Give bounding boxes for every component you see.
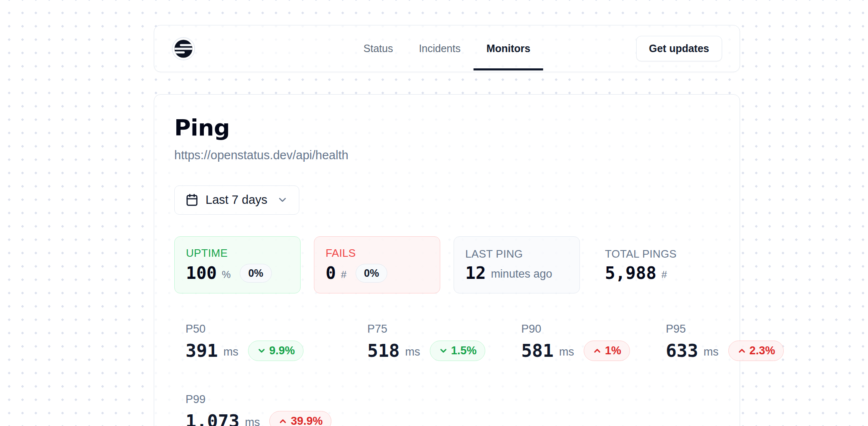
trend-value: 2.3% [750, 344, 775, 357]
stat-unit: # [661, 269, 667, 281]
tab-monitors[interactable]: Monitors [474, 25, 544, 72]
percentile-p50: P50 391 ms 9.9% [174, 313, 343, 371]
trend-badge: 39.9% [269, 411, 331, 426]
percentile-p99: P99 1,073 ms 39.9% [174, 384, 343, 426]
stat-value: 0 [326, 265, 336, 282]
stat-unit: % [222, 269, 231, 281]
percentile-unit: ms [704, 346, 719, 358]
trend-badge: 1.5% [430, 341, 486, 361]
percentile-value: 1,073 [186, 412, 239, 426]
stat-unit: # [341, 269, 346, 281]
chevron-down-icon [257, 346, 266, 356]
chevron-up-icon [592, 346, 602, 356]
tab-status-label: Status [364, 43, 393, 55]
stat-unit: minutes ago [491, 268, 552, 281]
calendar-icon [186, 193, 198, 206]
percentile-p90: P90 581 ms 1% [510, 313, 641, 371]
stat-card-total-pings: TOTAL PINGS 5,988 # [593, 236, 720, 293]
trend-value: 39.9% [291, 415, 323, 426]
stat-badge: 0% [240, 264, 271, 283]
trend-value: 1% [605, 344, 621, 357]
percentile-unit: ms [559, 346, 574, 358]
percentile-unit: ms [223, 346, 238, 358]
stat-label: TOTAL PINGS [605, 248, 708, 261]
tab-incidents-label: Incidents [419, 43, 461, 55]
page-title: Ping [174, 115, 720, 142]
trend-value: 9.9% [269, 344, 295, 357]
monitor-card: Ping https://openstatus.dev/api/health L… [154, 94, 740, 426]
chevron-up-icon [737, 346, 747, 356]
stat-badge: 0% [356, 264, 387, 283]
percentile-value: 581 [521, 342, 554, 360]
percentile-value: 518 [367, 342, 400, 360]
percentile-label: P99 [186, 393, 331, 406]
percentile-p75: P75 518 ms 1.5% [356, 313, 497, 371]
stat-value: 5,988 [605, 265, 656, 282]
percentile-unit: ms [405, 346, 420, 358]
stat-label: UPTIME [186, 247, 289, 260]
trend-badge: 9.9% [248, 341, 304, 361]
stat-value: 100 [186, 265, 217, 282]
openstatus-logo-icon [172, 37, 195, 60]
monitor-url: https://openstatus.dev/api/health [174, 148, 720, 162]
trend-value: 1.5% [451, 344, 477, 357]
date-range-label: Last 7 days [206, 193, 267, 207]
tab-incidents[interactable]: Incidents [406, 25, 474, 72]
percentile-label: P50 [186, 323, 331, 336]
stats-grid: UPTIME 100 % 0% FAILS 0 # 0% LAST PING 1… [174, 236, 720, 293]
percentile-value: 633 [666, 342, 698, 360]
percentile-p95: P95 633 ms 2.3% [655, 313, 795, 371]
percentile-value: 391 [186, 342, 218, 360]
stat-card-uptime: UPTIME 100 % 0% [174, 236, 301, 293]
stat-card-last-ping: LAST PING 12 minutes ago [454, 236, 580, 293]
stat-card-fails: FAILS 0 # 0% [314, 236, 440, 293]
stat-label: FAILS [326, 247, 429, 260]
trend-badge: 2.3% [728, 341, 784, 361]
percentile-label: P95 [666, 323, 784, 336]
chevron-down-icon [439, 346, 448, 356]
date-range-button[interactable]: Last 7 days [174, 185, 299, 215]
percentiles-grid: P50 391 ms 9.9% P75 518 ms 1.5% [174, 313, 720, 426]
get-updates-button[interactable]: Get updates [636, 36, 722, 61]
main-nav: Status Incidents Monitors [351, 25, 543, 72]
percentile-unit: ms [245, 416, 260, 426]
stat-value: 12 [465, 265, 486, 282]
percentile-label: P90 [521, 323, 630, 336]
tab-monitors-label: Monitors [487, 43, 531, 55]
tab-status[interactable]: Status [351, 25, 406, 72]
chevron-up-icon [278, 416, 288, 426]
chevron-down-icon [277, 194, 288, 205]
stat-label: LAST PING [465, 248, 568, 261]
percentile-label: P75 [367, 323, 485, 336]
openstatus-logo[interactable] [172, 25, 195, 72]
trend-badge: 1% [584, 341, 630, 361]
site-header: Status Incidents Monitors Get updates [154, 25, 740, 72]
